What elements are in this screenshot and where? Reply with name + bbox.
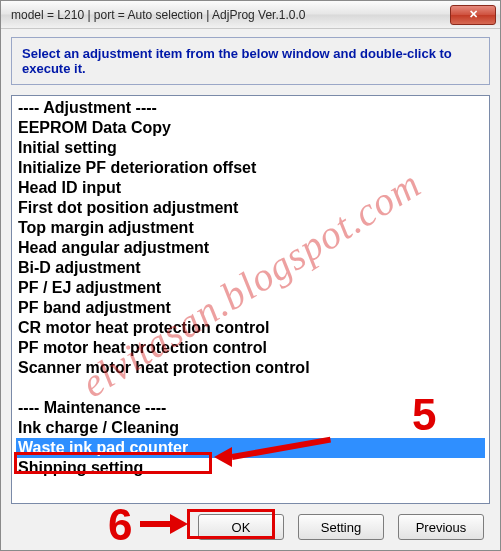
list-item[interactable]: Initialize PF deterioration offset — [16, 158, 485, 178]
list-item[interactable]: CR motor heat protection control — [16, 318, 485, 338]
ok-button-label: OK — [232, 520, 251, 535]
list-item[interactable]: Head angular adjustment — [16, 238, 485, 258]
list-item[interactable]: Bi-D adjustment — [16, 258, 485, 278]
list-item[interactable]: First dot position adjustment — [16, 198, 485, 218]
close-icon: ✕ — [469, 8, 478, 21]
setting-button-label: Setting — [321, 520, 361, 535]
list-item[interactable]: Initial setting — [16, 138, 485, 158]
client-area: Select an adjustment item from the below… — [1, 29, 500, 550]
list-item[interactable]: PF motor heat protection control — [16, 338, 485, 358]
previous-button[interactable]: Previous — [398, 514, 484, 540]
list-item[interactable]: PF / EJ adjustment — [16, 278, 485, 298]
ok-button[interactable]: OK — [198, 514, 284, 540]
list-item[interactable]: Scanner motor heat protection control — [16, 358, 485, 378]
list-item[interactable]: Shipping setting — [16, 458, 485, 478]
titlebar: model = L210 | port = Auto selection | A… — [1, 1, 500, 29]
instruction-text: Select an adjustment item from the below… — [22, 46, 452, 76]
previous-button-label: Previous — [416, 520, 467, 535]
list-item[interactable]: Head ID input — [16, 178, 485, 198]
app-window: model = L210 | port = Auto selection | A… — [0, 0, 501, 551]
adjustment-list-container: ---- Adjustment ----EEPROM Data CopyInit… — [11, 95, 490, 504]
list-item[interactable]: EEPROM Data Copy — [16, 118, 485, 138]
list-item[interactable]: ---- Adjustment ---- — [16, 98, 485, 118]
adjustment-list[interactable]: ---- Adjustment ----EEPROM Data CopyInit… — [12, 96, 489, 503]
list-item[interactable]: Waste ink pad counter — [16, 438, 485, 458]
annotation-number-6: 6 — [108, 500, 132, 550]
list-item[interactable]: PF band adjustment — [16, 298, 485, 318]
window-title: model = L210 | port = Auto selection | A… — [11, 8, 450, 22]
list-item[interactable]: Top margin adjustment — [16, 218, 485, 238]
close-button[interactable]: ✕ — [450, 5, 496, 25]
annotation-number-5: 5 — [412, 390, 436, 440]
setting-button[interactable]: Setting — [298, 514, 384, 540]
instruction-box: Select an adjustment item from the below… — [11, 37, 490, 85]
button-row: OK Setting Previous — [11, 514, 490, 540]
